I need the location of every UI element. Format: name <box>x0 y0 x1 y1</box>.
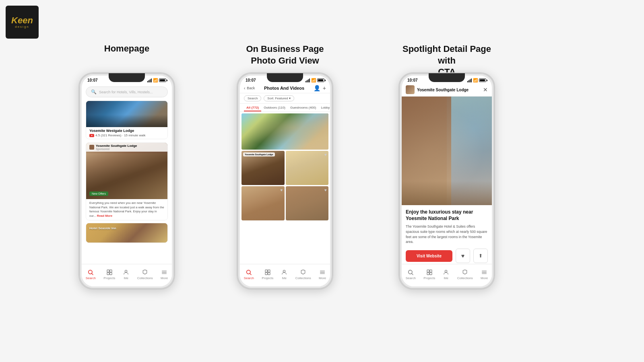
svg-line-21 <box>412 274 413 275</box>
phone-spotlight: 10:07 📶 Yosemite Southgate Lodge ✕ <box>398 72 495 290</box>
tab-outdoors[interactable]: Outdoors (110) <box>261 104 288 111</box>
search-icon: 🔍 <box>91 89 97 95</box>
svg-rect-22 <box>427 270 429 272</box>
detail-header: Yosemite Southgate Lodge ✕ <box>402 83 492 97</box>
svg-rect-28 <box>482 272 487 272</box>
sort-btn[interactable]: Sort: Featured ▾ <box>264 95 294 101</box>
svg-rect-23 <box>429 270 431 272</box>
signal-icon-3 <box>467 78 472 82</box>
nav-more-1[interactable]: More <box>161 269 168 280</box>
phone-notch-1 <box>109 73 145 82</box>
nav-me-1[interactable]: Me <box>123 269 129 280</box>
battery-icon-3 <box>479 78 486 82</box>
hotel-desc: Everything you need when you are near Yo… <box>86 199 167 220</box>
battery-icon-1 <box>159 78 166 82</box>
photo-grid-item-4[interactable]: ♥ <box>286 186 329 220</box>
svg-point-16 <box>283 270 285 272</box>
search-bar[interactable]: 🔍 Search for Hotels, Vills, Hostels... <box>86 86 168 97</box>
search-filter-btn[interactable]: Search <box>244 95 261 101</box>
favorite-button[interactable]: ♥ <box>456 249 470 263</box>
photo-hotel-overlay: Yosemite Southgate Lodge <box>243 152 275 156</box>
grid-actions[interactable]: 👤 + <box>314 85 326 91</box>
logo-subtext: design <box>11 25 33 29</box>
logo-text: Keen <box>11 16 33 25</box>
detail-hero-image <box>402 97 492 205</box>
close-button[interactable]: ✕ <box>483 86 488 93</box>
svg-rect-25 <box>429 273 431 275</box>
svg-rect-24 <box>427 273 429 275</box>
photo-heart-icon-2[interactable]: ♥ <box>281 188 283 192</box>
photo-heart-icon-1[interactable]: ♥ <box>324 152 327 157</box>
nav-search-1[interactable]: Search <box>86 269 96 280</box>
sponsored-text: Sponsored <box>96 148 137 150</box>
detail-title: Enjoy the luxurious stay near Yoesmite N… <box>406 209 488 222</box>
share-action[interactable]: 👤 <box>314 85 320 91</box>
photo-grid-item-2[interactable]: ♥ <box>286 151 329 185</box>
tab-lobby[interactable]: Lobby ( <box>318 104 330 111</box>
phone-screen-3: 10:07 📶 Yosemite Southgate Lodge ✕ <box>402 76 492 286</box>
hotel-img-westgate <box>86 101 167 127</box>
hotel-img-seaside: Hotel Seaside Inn <box>86 223 167 243</box>
signal-icon-2 <box>305 78 310 82</box>
hotel-name-seaside: Hotel Seaside Inn <box>89 226 116 230</box>
photo-full[interactable] <box>242 113 328 150</box>
photo-heart-icon-3[interactable]: ♥ <box>324 188 327 192</box>
nav-search-3[interactable]: Search <box>406 269 416 280</box>
detail-desc: The Yosemite Southgate Hotel & Suites of… <box>406 224 488 245</box>
photo-tabs: All (772) Outdoors (110) Guestrooms (400… <box>240 104 330 112</box>
wifi-icon-1: 📶 <box>153 78 158 82</box>
nav-collections-1[interactable]: Collections <box>137 269 153 280</box>
time-2: 10:07 <box>246 78 256 82</box>
back-btn[interactable]: Back <box>247 86 255 90</box>
svg-rect-27 <box>482 271 487 271</box>
hotel-card-southgate[interactable]: Yosemite Southgate Lodge Sponsored New O… <box>86 142 168 220</box>
nav-projects-3[interactable]: Projects <box>423 269 435 280</box>
photo-grid: Yosemite Southgate Lodge ♥ ♥ ♥ <box>240 112 330 222</box>
signal-icon-1 <box>147 78 152 82</box>
bottom-nav-1: Search Projects Me Collections More <box>82 264 172 286</box>
hotel-img-southgate: Yosemite Southgate Lodge Sponsored New O… <box>86 143 167 199</box>
svg-rect-17 <box>320 271 325 271</box>
read-more-link[interactable]: Read More <box>97 214 112 218</box>
search-placeholder: Search for Hotels, Vills, Hostels... <box>99 90 153 94</box>
nav-collections-3[interactable]: Collections <box>457 269 473 280</box>
battery-icon-2 <box>317 78 324 82</box>
photo-grid-item-1[interactable]: Yosemite Southgate Lodge <box>242 151 285 185</box>
bottom-nav-2: Search Projects Me Collections More <box>240 264 330 286</box>
svg-point-26 <box>445 270 447 272</box>
add-action[interactable]: + <box>323 85 326 91</box>
phone-notch-3 <box>429 73 465 82</box>
nav-more-2[interactable]: More <box>319 269 326 280</box>
svg-rect-8 <box>162 272 167 272</box>
wifi-icon-2: 📶 <box>311 78 316 82</box>
photo-grid-item-3[interactable]: ♥ <box>242 186 285 220</box>
share-button[interactable]: ⬆ <box>473 249 488 263</box>
nav-more-3[interactable]: More <box>481 269 488 280</box>
visit-website-button[interactable]: Visit Website <box>406 250 452 262</box>
phone-screen-1: 10:07 📶 🔍 Search for Hotels, Vills, Host… <box>82 76 172 286</box>
svg-rect-13 <box>268 270 270 272</box>
svg-rect-5 <box>109 273 111 275</box>
nav-collections-2[interactable]: Collections <box>295 269 311 280</box>
tab-all[interactable]: All (772) <box>244 104 261 111</box>
app-logo: Keen design <box>6 6 39 39</box>
svg-point-6 <box>125 270 127 272</box>
time-1: 10:07 <box>87 78 98 82</box>
nav-me-3[interactable]: Me <box>443 269 449 280</box>
svg-rect-2 <box>107 270 109 272</box>
grid-header-left: ‹ Back <box>244 86 255 90</box>
svg-rect-15 <box>268 273 270 275</box>
phone-business: 10:07 📶 ‹ Back Photos And Videos 👤 + <box>237 72 333 290</box>
detail-hotel-name: Yosemite Southgate Lodge <box>417 88 469 92</box>
nav-projects-1[interactable]: Projects <box>103 269 115 280</box>
hotel-card-seaside[interactable]: Hotel Seaside Inn <box>86 223 168 243</box>
tab-guestrooms[interactable]: Guestrooms (400) <box>288 104 318 111</box>
sponsored-badge: Yosemite Southgate Lodge Sponsored <box>86 143 167 152</box>
hotel-card-westgate[interactable]: Yosemite Westgate Lodge 4.5 (321 Reviews… <box>86 101 168 139</box>
youtube-icon <box>89 134 94 137</box>
bottom-nav-3: Search Projects Me Collections More <box>402 264 492 286</box>
status-icons-2: 📶 <box>305 78 324 82</box>
nav-projects-2[interactable]: Projects <box>262 269 273 280</box>
nav-search-2[interactable]: Search <box>244 269 254 280</box>
nav-me-2[interactable]: Me <box>281 269 287 280</box>
